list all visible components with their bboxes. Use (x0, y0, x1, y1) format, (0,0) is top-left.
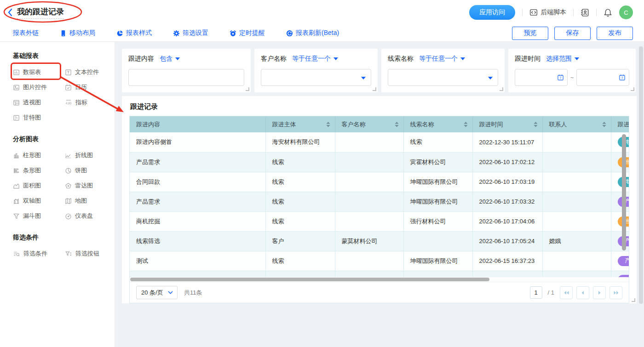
table-row[interactable]: 线索筛选客户蒙莫材料公司2022-06-10 17:05:24嫦娥产 (130, 231, 629, 251)
sidebar-item-pivot-view[interactable]: 透视图 (13, 99, 65, 106)
bell-icon[interactable] (604, 8, 612, 17)
prev-page-button[interactable] (576, 286, 589, 299)
cell-time: 2022-06-15 16:37:23 (472, 251, 542, 271)
table-row[interactable]: 测试线索坤曜国际有限公司2022-06-15 16:37:23产 (130, 251, 629, 271)
date-picker-icon: 7 (557, 74, 564, 81)
table-row[interactable]: 产品需求线索坤曜国际有限公司2022-06-10 17:03:32产 (130, 192, 629, 211)
toolbar-item-label: 报表样式 (126, 29, 152, 37)
back-button[interactable] (7, 8, 12, 17)
sidebar-item-calendar[interactable]: 日历 (65, 84, 115, 91)
pie-icon (116, 30, 123, 37)
card-resize-handle[interactable] (500, 87, 503, 91)
toolbar-item-report-style[interactable]: 报表样式 (116, 29, 152, 37)
toolbar-item-mobile-layout[interactable]: 移动布局 (60, 29, 95, 37)
filter-date-start[interactable]: 7 (515, 69, 568, 86)
app-access-button[interactable]: 应用访问 (469, 5, 515, 20)
cell-method: 电 (611, 132, 629, 152)
first-page-button[interactable] (560, 286, 573, 299)
column-header-lead[interactable]: 线索名称 (403, 116, 472, 132)
sidebar-item-image-widget[interactable]: 图片控件 (13, 84, 65, 91)
sidebar-section: 筛选条件筛选条件筛选按钮 (13, 233, 115, 257)
next-page-button[interactable] (593, 286, 606, 299)
sidebar-item-gantt-chart[interactable]: 甘特图 (13, 114, 65, 121)
sort-icon[interactable] (464, 122, 468, 129)
toolbar-items: 报表外链移动布局报表样式筛选设置定时提醒报表刷新(Beta) (13, 29, 339, 37)
filter-condition-select[interactable]: 选择范围 (546, 55, 579, 63)
card-resize-handle[interactable] (246, 87, 249, 91)
filter-condition-select[interactable]: 等于任意一个 (419, 55, 465, 63)
horizontal-scroll-thumb[interactable] (130, 278, 489, 281)
save-button[interactable]: 保存 (554, 27, 591, 40)
double-chevron-right-icon (613, 290, 619, 296)
page-scrollbar[interactable] (639, 46, 643, 304)
page-total-label: / 1 (548, 289, 554, 296)
table-row[interactable]: 商机挖掘线索强行材料公司2022-06-10 17:04:06当 (130, 211, 629, 231)
filter-head: 跟进时间 选择范围 (515, 55, 629, 63)
toolbar-item-report-external-link[interactable]: 报表外链 (13, 29, 39, 37)
filter-head: 线索名称 等于任意一个 (388, 55, 498, 63)
last-page-button[interactable] (610, 286, 622, 299)
sidebar-item-bar-chart[interactable]: 条形图 (13, 167, 65, 174)
publish-button[interactable]: 发布 (597, 27, 633, 40)
sidebar-item-label: 饼图 (75, 166, 87, 175)
page-title[interactable]: 我的跟进记录 (17, 6, 64, 19)
sidebar-item-radar-chart[interactable]: 雷达图 (65, 182, 115, 189)
table-row[interactable]: 合同回款线索坤曜国际有限公司2022-06-10 17:03:19电 (130, 172, 629, 192)
sidebar-item-gauge-chart[interactable]: 仪表盘 (65, 212, 115, 220)
filter-select[interactable] (261, 69, 371, 86)
table-row[interactable] (130, 271, 629, 277)
column-header-subject[interactable]: 跟进主体 (265, 116, 335, 132)
column-header-time[interactable]: 跟进时间 (472, 116, 542, 132)
sort-icon[interactable] (534, 122, 538, 129)
filter-head: 客户名称 等于任意一个 (261, 55, 371, 63)
sidebar-item-indicator[interactable]: 4,80指标 (65, 99, 115, 106)
column-header-customer[interactable]: 客户名称 (335, 116, 403, 132)
divider (522, 9, 523, 16)
sort-icon[interactable] (326, 122, 330, 129)
cell-lead: 强行材料公司 (403, 211, 472, 231)
card-resize-handle[interactable] (631, 87, 634, 91)
sidebar-item-filter-condition[interactable]: 筛选条件 (13, 250, 65, 257)
table-row[interactable]: 产品需求线索蓂霍材料公司2022-06-10 17:02:12当 (130, 152, 629, 172)
sidebar-item-dual-axis-chart[interactable]: 双轴图 (13, 197, 65, 205)
backend-script-button[interactable]: 后端脚本 (529, 8, 566, 17)
filter-condition-select[interactable]: 等于任意一个 (292, 55, 338, 63)
cell-content: 商机挖掘 (130, 211, 265, 231)
filter-date-end[interactable]: 7 (576, 69, 629, 86)
sidebar-item-pie-chart[interactable]: 饼图 (65, 167, 115, 174)
page-number-input[interactable]: 1 (530, 286, 542, 299)
toolbar-item-filter-settings[interactable]: 筛选设置 (173, 29, 208, 37)
sort-icon[interactable] (395, 122, 399, 129)
column-header-contact[interactable]: 联系人 (542, 116, 611, 132)
sidebar-item-filter-button[interactable]: 筛选按钮 (65, 250, 115, 257)
user-avatar[interactable]: C (619, 6, 633, 19)
sidebar-item-funnel-chart[interactable]: 漏斗图 (13, 212, 65, 220)
sidebar-item-map-chart[interactable]: 地图 (65, 197, 115, 205)
filter-select[interactable] (388, 69, 498, 86)
sidebar-item-area-chart[interactable]: 面积图 (13, 182, 65, 189)
sort-icon[interactable] (602, 122, 606, 129)
page-size-select[interactable]: 20 条/页 (136, 286, 178, 299)
mobile-icon (60, 30, 67, 37)
preview-button[interactable]: 预览 (512, 27, 548, 40)
sidebar-item-column-chart[interactable]: 柱形图 (13, 152, 65, 159)
bar-chart-icon (13, 167, 20, 174)
sidebar-item-data-table[interactable]: 数据表 (13, 68, 65, 76)
sidebar-item-label: 透视图 (23, 98, 41, 107)
card-resize-handle[interactable] (373, 87, 376, 91)
table-row[interactable]: 跟进内容侧首海安材料有限公司线索2022-12-30 15:11:07电 (130, 132, 629, 152)
filter-condition-select[interactable]: 包含 (160, 55, 180, 63)
toolbar-item-report-refresh[interactable]: 报表刷新(Beta) (286, 29, 339, 37)
divider (573, 9, 574, 16)
table-vertical-scrollbar[interactable] (622, 134, 626, 250)
card-resize-handle[interactable] (632, 298, 635, 302)
address-book-icon[interactable] (581, 8, 589, 17)
table-horizontal-scrollbar[interactable] (130, 277, 629, 282)
cell-time: 2022-06-10 17:03:19 (472, 172, 542, 192)
sidebar-item-text-widget[interactable]: 文本控件 (65, 68, 115, 76)
sidebar-item-grid: 柱形图折线图条形图饼图面积图雷达图双轴图地图漏斗图仪表盘 (13, 152, 115, 220)
filter-text-input[interactable] (128, 69, 244, 86)
toolbar-item-scheduled-reminder[interactable]: 定时提醒 (230, 29, 265, 37)
sidebar-item-grid: 筛选条件筛选按钮 (13, 250, 115, 257)
sidebar-item-line-chart[interactable]: 折线图 (65, 152, 115, 159)
